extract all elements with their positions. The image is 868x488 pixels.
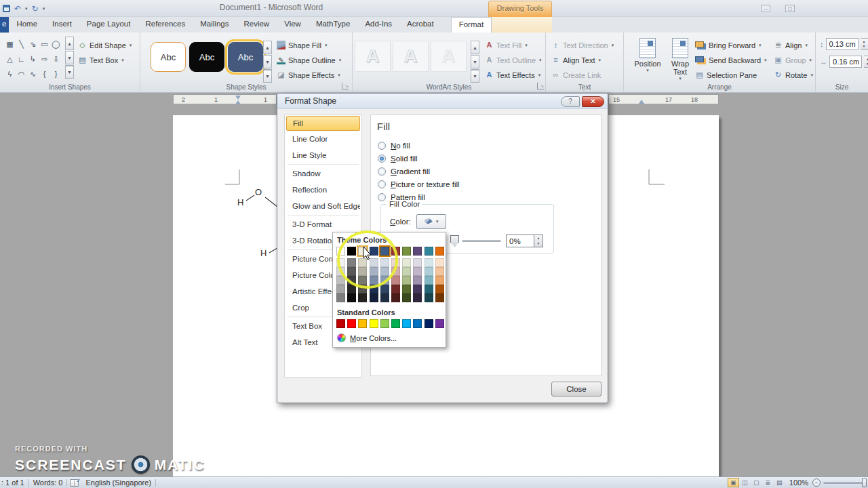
- bring-forward-button[interactable]: Bring Forward▾: [693, 38, 764, 52]
- shape-oval-icon[interactable]: ◯: [50, 37, 62, 52]
- gallery-scroll-up-icon[interactable]: ▲: [263, 41, 272, 54]
- draft-view-icon[interactable]: ▤: [774, 478, 785, 487]
- shape-scribble-icon[interactable]: ϟ: [4, 66, 16, 81]
- gallery-more-icon[interactable]: ▼: [65, 65, 74, 79]
- rotate-button[interactable]: ↻Rotate▾: [772, 68, 815, 82]
- theme-color-orange[interactable]: [435, 247, 444, 256]
- web-layout-view-icon[interactable]: ▢: [751, 478, 762, 487]
- format-shape-nav-3-d-format[interactable]: 3-D Format: [286, 216, 360, 232]
- standard-color-red[interactable]: [347, 319, 356, 328]
- tab-references[interactable]: References: [138, 17, 193, 33]
- theme-color-white-variant-2[interactable]: [336, 267, 345, 276]
- theme-color-orange-variant-2[interactable]: [435, 267, 444, 276]
- shape-elbow-connector-icon[interactable]: ∟: [16, 52, 27, 66]
- theme-color-dark-blue-variant-1[interactable]: [370, 258, 378, 267]
- theme-color-cream-variant-5[interactable]: [358, 293, 367, 302]
- standard-color-light-blue[interactable]: [402, 319, 411, 328]
- more-colors-button[interactable]: More Colors...: [336, 332, 442, 344]
- theme-color-olive-variant-4[interactable]: [402, 285, 411, 293]
- theme-color-teal-variant-4[interactable]: [425, 285, 433, 293]
- format-shape-nav-line-style[interactable]: Line Style: [286, 147, 360, 163]
- tab-e[interactable]: e: [0, 17, 9, 33]
- right-indent-marker[interactable]: [639, 100, 644, 104]
- theme-color-dark-blue-variant-4[interactable]: [370, 285, 378, 293]
- shape-effects-button[interactable]: ◪Shape Effects▾: [275, 68, 342, 82]
- theme-color-olive-variant-5[interactable]: [402, 293, 411, 302]
- theme-color-white-variant-3[interactable]: [336, 276, 345, 285]
- theme-color-teal-variant-2[interactable]: [425, 267, 433, 276]
- zoom-slider-thumb[interactable]: [862, 479, 867, 487]
- theme-color-olive-variant-1[interactable]: [402, 258, 411, 267]
- theme-color-olive-variant-2[interactable]: [402, 267, 411, 276]
- shape-elbow-arrow-connector-icon[interactable]: ↳: [27, 52, 39, 66]
- format-shape-nav-shadow[interactable]: Shadow: [286, 165, 360, 182]
- format-shape-nav-glow-and-soft-edges[interactable]: Glow and Soft Edges: [286, 198, 360, 214]
- tab-add-ins[interactable]: Add-Ins: [357, 17, 399, 33]
- tab-acrobat[interactable]: Acrobat: [399, 17, 441, 33]
- text-box-button[interactable]: ▤ Text Box ▾: [76, 53, 126, 67]
- transparency-spinner[interactable]: ▲▼: [534, 235, 543, 247]
- shape-style-2[interactable]: Abc: [189, 42, 224, 72]
- theme-color-white-variant-4[interactable]: [336, 285, 345, 293]
- text-effects-button[interactable]: AText Effects▾: [483, 68, 542, 82]
- theme-color-black[interactable]: [347, 247, 356, 256]
- align-button[interactable]: ≣Align▾: [772, 38, 810, 52]
- shape-style-3[interactable]: Abc: [228, 42, 263, 72]
- dialog-help-button[interactable]: ?: [561, 96, 580, 107]
- theme-color-blue-variant-5[interactable]: [380, 293, 389, 302]
- theme-color-teal-variant-1[interactable]: [425, 258, 433, 267]
- tab-format[interactable]: Format: [451, 17, 492, 33]
- theme-color-cream-variant-1[interactable]: [358, 258, 367, 267]
- standard-color-dark-red[interactable]: [336, 319, 345, 328]
- shape-style-1[interactable]: Abc: [151, 42, 186, 72]
- wordart-style-2[interactable]: A: [393, 41, 429, 72]
- color-dropdown-button[interactable]: ▾: [416, 214, 446, 229]
- gallery-scroll-down-icon[interactable]: ▼: [471, 55, 479, 68]
- minimize-icon[interactable]: —: [761, 5, 770, 12]
- standard-color-purple[interactable]: [435, 319, 444, 328]
- shape-rectangle-icon[interactable]: ▭: [39, 37, 50, 52]
- gallery-scroll-up-icon[interactable]: ▲: [65, 37, 74, 50]
- theme-color-dark-red-variant-1[interactable]: [391, 258, 400, 267]
- wrap-text-button[interactable]: Wrap Text ▾: [665, 38, 696, 81]
- theme-color-cream-variant-3[interactable]: [358, 276, 367, 285]
- tab-home[interactable]: Home: [9, 17, 45, 33]
- shape-right-arrow-icon[interactable]: ⇨: [39, 52, 50, 66]
- tab-mailings[interactable]: Mailings: [193, 17, 236, 33]
- format-shape-nav-fill[interactable]: Fill: [286, 116, 360, 131]
- theme-color-olive[interactable]: [402, 247, 411, 256]
- theme-color-purple-variant-3[interactable]: [413, 276, 422, 285]
- theme-color-cream-variant-4[interactable]: [358, 285, 367, 293]
- shape-down-arrow-icon[interactable]: ⇩: [50, 52, 62, 66]
- format-shape-nav-line-color[interactable]: Line Color: [286, 131, 360, 147]
- theme-color-dark-red[interactable]: [391, 247, 400, 256]
- theme-color-purple-variant-1[interactable]: [413, 258, 422, 267]
- shape-arrow-icon[interactable]: ⇘: [27, 37, 39, 52]
- theme-color-black-variant-4[interactable]: [347, 285, 356, 293]
- tab-insert[interactable]: Insert: [45, 17, 79, 33]
- full-screen-reading-view-icon[interactable]: ◫: [739, 478, 751, 487]
- gallery-more-icon[interactable]: ▼: [263, 69, 272, 83]
- edit-shape-button[interactable]: ◇ Edit Shape ▾: [76, 38, 134, 52]
- theme-color-dark-red-variant-5[interactable]: [391, 293, 400, 302]
- theme-color-blue[interactable]: [380, 247, 389, 256]
- zoom-out-icon[interactable]: −: [812, 479, 821, 487]
- theme-color-dark-blue[interactable]: [370, 247, 378, 256]
- horizontal-ruler-right[interactable]: 15 17 18: [608, 94, 719, 104]
- theme-color-purple-variant-2[interactable]: [413, 267, 422, 276]
- transparency-slider-track[interactable]: [462, 240, 501, 242]
- print-layout-view-icon[interactable]: ▣: [728, 478, 739, 487]
- theme-color-teal-variant-5[interactable]: [425, 293, 433, 302]
- theme-color-white-variant-1[interactable]: [336, 258, 345, 267]
- theme-color-blue-variant-2[interactable]: [380, 267, 389, 276]
- theme-color-black-variant-5[interactable]: [347, 293, 356, 302]
- hanging-indent-marker[interactable]: [235, 100, 241, 104]
- tab-page-layout[interactable]: Page Layout: [79, 17, 138, 33]
- theme-color-black-variant-1[interactable]: [347, 258, 356, 267]
- height-spinner[interactable]: ▲▼: [861, 38, 868, 50]
- theme-color-blue-variant-1[interactable]: [380, 258, 389, 267]
- theme-color-orange-variant-3[interactable]: [435, 276, 444, 285]
- wordart-style-3[interactable]: A: [431, 41, 467, 72]
- shape-left-brace-icon[interactable]: {: [39, 66, 50, 81]
- shape-width-field[interactable]: 0.16 cm: [829, 56, 862, 68]
